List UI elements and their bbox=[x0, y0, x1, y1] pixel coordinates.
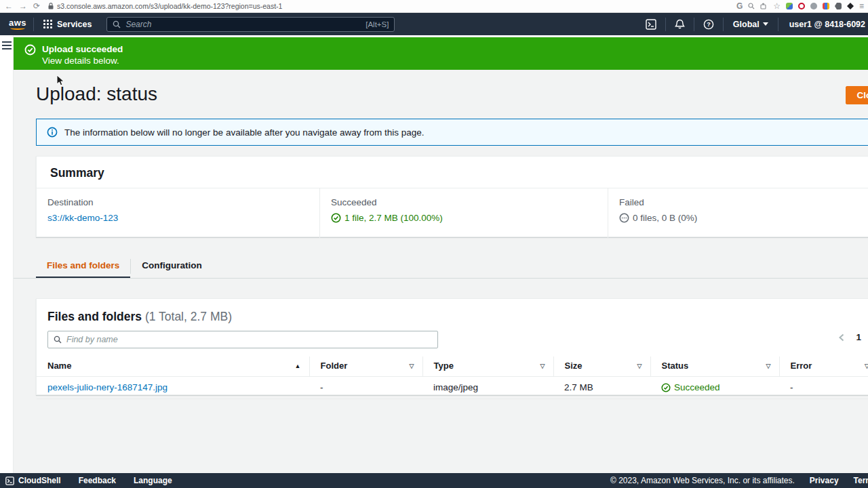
extension-icon[interactable] bbox=[810, 3, 817, 9]
previous-page-button[interactable] bbox=[838, 333, 845, 342]
url-text: s3.console.aws.amazon.com/s3/upload/kk-d… bbox=[57, 2, 282, 10]
close-button[interactable]: Close bbox=[846, 86, 868, 104]
pagination: 1 bbox=[838, 332, 868, 342]
services-grid-icon bbox=[43, 20, 52, 28]
services-menu[interactable]: Services bbox=[34, 13, 101, 35]
succeeded-value: 1 file, 2.7 MB (100.00%) bbox=[344, 213, 443, 223]
region-label: Global bbox=[733, 20, 760, 29]
sort-icon[interactable]: ▽ bbox=[540, 363, 545, 369]
table-row: pexels-julio-nery-1687147.jpg - image/jp… bbox=[37, 377, 868, 399]
column-header-folder[interactable]: Folder▽ bbox=[309, 357, 422, 377]
file-name-link[interactable]: pexels-julio-nery-1687147.jpg bbox=[47, 382, 167, 392]
cloudshell-footer-button[interactable]: CloudShell bbox=[5, 476, 61, 485]
help-button[interactable]: ? bbox=[694, 13, 723, 35]
browser-back-icon[interactable]: ← bbox=[5, 1, 13, 11]
sort-icon[interactable]: ▽ bbox=[410, 363, 414, 369]
notifications-button[interactable] bbox=[666, 13, 694, 35]
chevron-down-icon bbox=[763, 22, 768, 26]
type-cell: image/jpeg bbox=[422, 377, 553, 399]
page-title: Upload: status bbox=[36, 83, 157, 105]
failed-value: 0 files, 0 B (0%) bbox=[633, 213, 697, 223]
extension-icon[interactable] bbox=[786, 3, 793, 9]
filter-box bbox=[47, 331, 438, 348]
files-table-heading: Files and folders bbox=[47, 310, 142, 323]
cloudshell-terminal-icon bbox=[5, 476, 14, 485]
sort-icon[interactable]: ▽ bbox=[637, 363, 642, 369]
tabs-baseline bbox=[14, 278, 868, 279]
share-icon[interactable] bbox=[760, 3, 768, 9]
succeeded-label: Succeeded bbox=[331, 197, 597, 207]
status-success-icon bbox=[661, 383, 671, 392]
sort-icon[interactable]: ▽ bbox=[766, 363, 771, 369]
info-alert: The information below will no longer be … bbox=[36, 119, 868, 146]
search-icon bbox=[54, 336, 62, 344]
current-page-number[interactable]: 1 bbox=[856, 332, 861, 342]
mouse-cursor bbox=[56, 75, 65, 87]
status-success-icon bbox=[331, 213, 341, 223]
files-table: Name▲ Folder▽ Type▽ Size▽ Status▽ Error▽… bbox=[37, 357, 868, 399]
find-by-name-input[interactable] bbox=[66, 335, 432, 344]
size-cell: 2.7 MB bbox=[553, 377, 650, 399]
zoom-icon[interactable] bbox=[748, 3, 755, 9]
tab-configuration[interactable]: Configuration bbox=[131, 253, 212, 279]
padlock-icon bbox=[48, 3, 54, 9]
global-search-input[interactable] bbox=[125, 20, 361, 29]
account-menu[interactable]: user1 @ 8418-6092 bbox=[778, 20, 868, 29]
info-icon bbox=[47, 127, 58, 138]
side-nav-toggle-icon[interactable] bbox=[2, 41, 12, 52]
browser-forward-icon[interactable]: → bbox=[19, 1, 27, 11]
flash-title: Upload succeeded bbox=[42, 43, 123, 55]
files-table-count: (1 Total, 2.7 MB) bbox=[145, 310, 232, 323]
bookmark-star-icon[interactable]: ☆ bbox=[773, 1, 781, 11]
aws-logo[interactable]: aws bbox=[2, 19, 33, 30]
files-and-folders-panel: Files and folders (1 Total, 2.7 MB) 1 bbox=[36, 298, 868, 395]
sort-ascending-icon[interactable]: ▲ bbox=[295, 363, 301, 369]
upload-success-flashbar: Upload succeeded View details below. bbox=[14, 37, 868, 70]
extension-icon[interactable] bbox=[835, 3, 842, 9]
info-alert-text: The information below will no longer be … bbox=[64, 127, 425, 138]
main-workspace: Upload succeeded View details below. Upl… bbox=[0, 35, 868, 473]
search-shortcut-hint: [Alt+S] bbox=[366, 20, 389, 28]
question-circle-icon: ? bbox=[703, 19, 714, 30]
services-label: Services bbox=[57, 20, 92, 29]
column-header-size[interactable]: Size▽ bbox=[553, 357, 650, 377]
extension-icon[interactable] bbox=[823, 3, 829, 9]
svg-text:?: ? bbox=[707, 21, 711, 28]
browser-menu-icon[interactable]: ≡ bbox=[859, 1, 864, 11]
destination-bucket-link[interactable]: s3://kk-demo-123 bbox=[47, 213, 118, 223]
sort-icon[interactable]: ▽ bbox=[865, 363, 868, 369]
status-cell: Succeeded bbox=[674, 382, 720, 392]
s3-console-screen: ← → ⟳ s3.console.aws.amazon.com/s3/uploa… bbox=[0, 0, 868, 488]
table-header-row: Name▲ Folder▽ Type▽ Size▽ Status▽ Error▽ bbox=[37, 357, 868, 377]
cloudshell-nav-button[interactable] bbox=[637, 13, 665, 35]
column-header-type[interactable]: Type▽ bbox=[422, 357, 553, 377]
column-header-error[interactable]: Error▽ bbox=[779, 357, 868, 377]
browser-refresh-icon[interactable]: ⟳ bbox=[33, 1, 40, 11]
language-button[interactable]: Language bbox=[134, 476, 172, 485]
failed-label: Failed bbox=[619, 197, 865, 207]
global-search[interactable]: [Alt+S] bbox=[106, 17, 395, 32]
aws-smile bbox=[10, 26, 25, 30]
privacy-link[interactable]: Privacy bbox=[810, 476, 839, 485]
url-field[interactable]: s3.console.aws.amazon.com/s3/upload/kk-d… bbox=[48, 2, 282, 10]
summary-heading: Summary bbox=[37, 157, 868, 188]
folder-cell: - bbox=[309, 377, 422, 399]
extension-icon[interactable] bbox=[798, 3, 805, 9]
google-icon[interactable]: G bbox=[736, 1, 743, 11]
tab-files-and-folders[interactable]: Files and folders bbox=[36, 253, 130, 279]
success-check-icon bbox=[24, 44, 36, 56]
collapsed-side-nav bbox=[0, 35, 14, 473]
console-footer: CloudShell Feedback Language © 2023, Ama… bbox=[0, 473, 868, 488]
flash-subtitle: View details below. bbox=[42, 55, 123, 66]
region-selector[interactable]: Global bbox=[724, 20, 778, 29]
bell-icon bbox=[675, 19, 685, 30]
aws-top-nav: aws Services [Alt+S] ? bbox=[0, 13, 868, 35]
column-header-status[interactable]: Status▽ bbox=[650, 357, 779, 377]
feedback-button[interactable]: Feedback bbox=[79, 476, 116, 485]
chevron-left-icon bbox=[838, 333, 845, 342]
status-none-icon bbox=[619, 213, 629, 223]
extensions-pin-icon[interactable] bbox=[847, 3, 854, 9]
column-header-name[interactable]: Name▲ bbox=[37, 357, 309, 377]
terms-link[interactable]: Terms bbox=[854, 476, 868, 485]
cloudshell-terminal-icon bbox=[646, 19, 656, 30]
